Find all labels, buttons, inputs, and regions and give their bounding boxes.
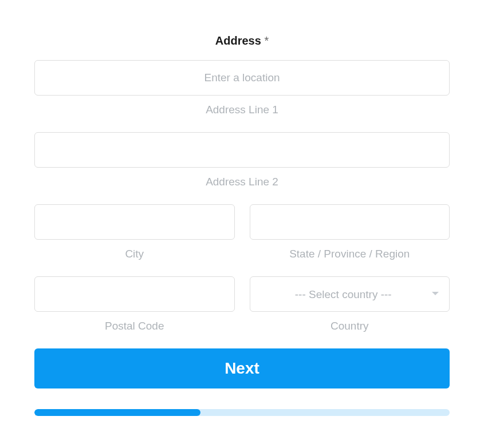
address-line-2-label: Address Line 2 (34, 176, 450, 188)
address-line-1-label: Address Line 1 (34, 104, 450, 116)
required-asterisk: * (264, 34, 269, 47)
postal-code-input[interactable] (34, 276, 235, 312)
address-line-1-group: Address Line 1 (34, 60, 450, 116)
address-line-2-input[interactable] (34, 132, 450, 168)
form-title-text: Address (215, 34, 261, 47)
state-input[interactable] (250, 204, 450, 240)
progress-fill (34, 409, 200, 416)
city-group: City (34, 204, 235, 260)
postal-code-group: Postal Code (34, 276, 235, 332)
postal-country-row: Postal Code --- Select country --- Count… (34, 276, 450, 332)
address-line-2-group: Address Line 2 (34, 132, 450, 188)
city-label: City (34, 248, 235, 260)
postal-code-label: Postal Code (34, 320, 235, 332)
form-title: Address * (34, 34, 450, 47)
next-button[interactable]: Next (34, 348, 450, 388)
state-group: State / Province / Region (250, 204, 450, 260)
country-select[interactable]: --- Select country --- (250, 276, 450, 312)
country-select-wrapper: --- Select country --- (250, 276, 450, 312)
progress-bar (34, 409, 450, 416)
state-label: State / Province / Region (250, 248, 450, 260)
city-input[interactable] (34, 204, 235, 240)
country-group: --- Select country --- Country (250, 276, 450, 332)
city-state-row: City State / Province / Region (34, 204, 450, 260)
country-label: Country (250, 320, 450, 332)
address-line-1-input[interactable] (34, 60, 450, 96)
